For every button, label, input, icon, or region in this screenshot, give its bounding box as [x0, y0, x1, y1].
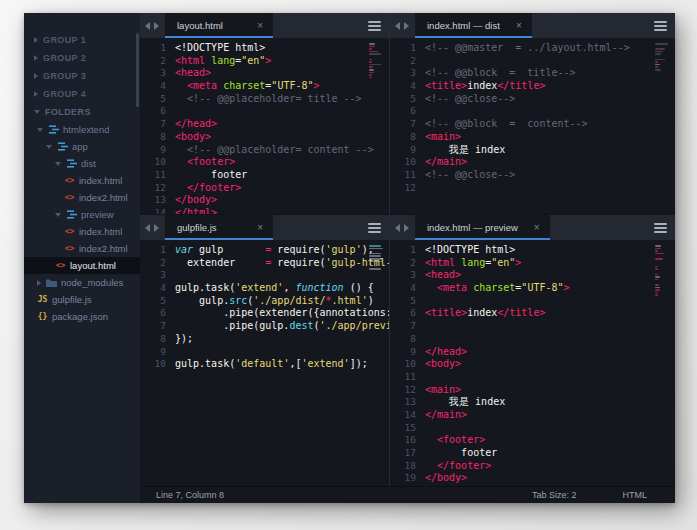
code-line: </head>: [425, 346, 675, 359]
line-number: 7: [390, 320, 416, 333]
next-tab-icon[interactable]: [404, 22, 409, 30]
tree-item-index2-html[interactable]: <>index2.html: [24, 189, 140, 206]
close-tab-icon[interactable]: ×: [534, 223, 540, 233]
tree-item-label: app: [72, 141, 88, 152]
pane-menu-icon[interactable]: [360, 13, 389, 38]
code-line: <body>: [175, 131, 389, 144]
minimap-line: [369, 59, 372, 61]
tab-layout-html[interactable]: layout.html ×: [165, 13, 273, 38]
prev-tab-icon[interactable]: [145, 22, 150, 30]
prev-tab-icon[interactable]: [395, 22, 400, 30]
line-number: 8: [390, 333, 416, 346]
minimap-line: [369, 61, 372, 63]
next-tab-icon[interactable]: [154, 22, 159, 30]
chevron-down-icon: [55, 213, 61, 217]
code-line: <html lang="en">: [425, 257, 675, 270]
tree-item-node-modules[interactable]: node_modules: [24, 274, 140, 291]
tree-item-htmlextend[interactable]: htmlextend: [24, 121, 140, 138]
sidebar-group-4[interactable]: GROUP 4: [24, 85, 140, 103]
line-number: 15: [390, 422, 416, 435]
minimap[interactable]: [655, 245, 671, 297]
tree-item-label: preview: [81, 209, 114, 220]
code-editor-gulpfile-js[interactable]: 12345678910 var gulp = require('gulp'), …: [140, 240, 389, 486]
code-line: });: [175, 333, 389, 346]
code-line: gulp.task('default',['extend']);: [175, 358, 389, 371]
sidebar-scrollbar[interactable]: [136, 33, 139, 107]
tree-item-index-html[interactable]: <>index.html: [24, 223, 140, 240]
sidebar-tree: htmlextendappdist<>index.html<>index2.ht…: [24, 121, 140, 325]
tree-item-label: index.html: [79, 175, 122, 186]
tab-index-html-preview[interactable]: index.html — preview ×: [415, 215, 550, 240]
tab-nav-arrows[interactable]: [390, 215, 415, 240]
pane-menu-icon[interactable]: [646, 215, 675, 240]
close-tab-icon[interactable]: ×: [257, 223, 263, 233]
close-tab-icon[interactable]: ×: [257, 21, 263, 31]
branch-folder-icon: [66, 210, 77, 219]
tab-label: index.html — dist: [427, 20, 500, 31]
tab-gulpfile-js[interactable]: gulpfile.js ×: [165, 215, 273, 240]
chevron-down-icon: [55, 162, 61, 166]
tab-index-html-dist[interactable]: index.html — dist ×: [415, 13, 532, 38]
minimap-line: [655, 53, 661, 55]
code-lines: var gulp = require('gulp'), extender = r…: [166, 244, 389, 486]
sidebar-group-1[interactable]: GROUP 1: [24, 31, 140, 49]
minimap-line: [369, 253, 381, 255]
tab-label: index.html — preview: [427, 222, 518, 233]
minimap-line: [655, 289, 660, 291]
minimap-line: [655, 268, 658, 270]
next-tab-icon[interactable]: [404, 224, 409, 232]
code-line: </html>: [425, 485, 675, 486]
close-tab-icon[interactable]: ×: [516, 21, 522, 31]
tab-size-indicator[interactable]: Tab Size: 2: [532, 490, 577, 500]
tree-item-dist[interactable]: dist: [24, 155, 140, 172]
minimap-line: [369, 51, 378, 53]
minimap[interactable]: [655, 43, 671, 74]
code-editor-index-html-preview[interactable]: 1234567891011121314151617181920 <!DOCTYP…: [390, 240, 675, 486]
tree-item-app[interactable]: app: [24, 138, 140, 155]
cursor-position: Line 7, Column 8: [156, 490, 224, 500]
tree-item-label: gulpfile.js: [52, 294, 92, 305]
code-line: [425, 105, 675, 118]
branch-folder-icon: [57, 142, 68, 151]
line-number: 1: [390, 244, 416, 257]
tab-nav-arrows[interactable]: [140, 13, 165, 38]
code-line: <meta charset="UTF-8">: [175, 80, 389, 93]
code-editor-index-html-dist[interactable]: 123456789101112 <!-- @@master = ../layou…: [390, 38, 675, 214]
tree-item-label: dist: [81, 158, 96, 169]
line-number: 2: [140, 55, 166, 68]
prev-tab-icon[interactable]: [145, 224, 150, 232]
tree-item-gulpfile-js[interactable]: JSgulpfile.js: [24, 291, 140, 308]
tree-item-index-html[interactable]: <>index.html: [24, 172, 140, 189]
minimap[interactable]: [369, 43, 385, 79]
sidebar-group-3[interactable]: GROUP 3: [24, 67, 140, 85]
minimap-line: [369, 69, 374, 71]
tab-nav-arrows[interactable]: [140, 215, 165, 240]
tree-item-package-json[interactable]: {}package.json: [24, 308, 140, 325]
prev-tab-icon[interactable]: [395, 224, 400, 232]
line-number: 2: [390, 55, 416, 68]
line-number-gutter: 12345678910: [140, 244, 166, 486]
next-tab-icon[interactable]: [154, 224, 159, 232]
pane-menu-icon[interactable]: [646, 13, 675, 38]
line-number: 9: [140, 346, 166, 359]
line-number: 1: [140, 244, 166, 257]
minimap-line: [655, 253, 664, 255]
code-editor-layout-html[interactable]: 1234567891011121314 <!DOCTYPE html><html…: [140, 38, 389, 214]
code-line: [425, 320, 675, 333]
minimap[interactable]: [369, 245, 385, 271]
tree-item-preview[interactable]: preview: [24, 206, 140, 223]
minimap-line: [369, 261, 383, 263]
tree-item-layout-html[interactable]: <>layout.html: [24, 257, 140, 274]
tree-item-label: index2.html: [79, 192, 128, 203]
sidebar-folders-header[interactable]: FOLDERS: [24, 103, 140, 121]
sidebar-group-2[interactable]: GROUP 2: [24, 49, 140, 67]
syntax-indicator[interactable]: HTML: [623, 490, 648, 500]
line-number: 12: [390, 182, 416, 195]
tree-item-index2-html[interactable]: <>index2.html: [24, 240, 140, 257]
code-line: footer: [425, 447, 675, 460]
tab-nav-arrows[interactable]: [390, 13, 415, 38]
minimap-line: [369, 245, 381, 247]
code-lines: <!DOCTYPE html><html lang="en"><head> <m…: [166, 42, 389, 214]
line-number: 10: [390, 358, 416, 371]
pane-menu-icon[interactable]: [360, 215, 389, 240]
